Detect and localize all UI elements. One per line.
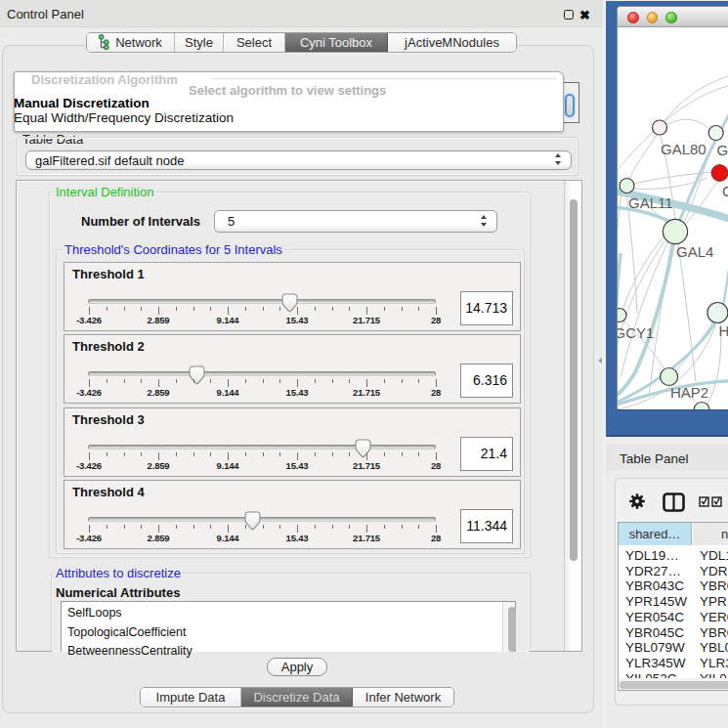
- svg-text:CY: CY: [722, 183, 728, 199]
- svg-text:HAP2: HAP2: [670, 384, 708, 401]
- svg-text:GA: GA: [717, 142, 728, 158]
- svg-text:GAL4: GAL4: [676, 243, 713, 260]
- svg-text:GCY1: GCY1: [618, 324, 654, 341]
- svg-text:GAL80: GAL80: [661, 141, 707, 157]
- svg-text:HI: HI: [719, 322, 728, 339]
- svg-text:GAL11: GAL11: [628, 194, 673, 211]
